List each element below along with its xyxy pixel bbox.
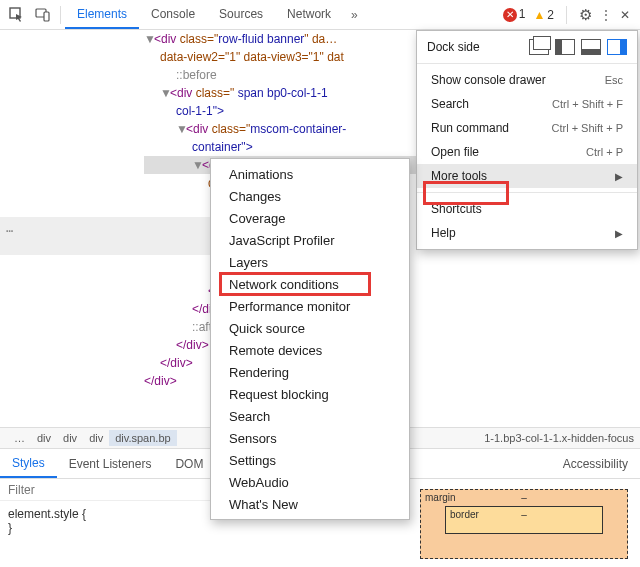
menu-separator bbox=[417, 63, 637, 64]
toolbar-right: ✕1 ▲2 ⚙ ⋮ ✕ bbox=[503, 6, 636, 24]
submenu-remote-devices[interactable]: Remote devices bbox=[211, 339, 409, 361]
menu-separator bbox=[417, 192, 637, 193]
submenu-request-blocking[interactable]: Request blocking bbox=[211, 383, 409, 405]
dock-right-icon[interactable] bbox=[607, 39, 627, 55]
separator bbox=[60, 6, 61, 24]
settings-icon[interactable]: ⚙ bbox=[579, 6, 592, 24]
collapsed-ellipsis: … bbox=[0, 217, 210, 255]
submenu-whats-new[interactable]: What's New bbox=[211, 493, 409, 515]
menu-more-tools[interactable]: More tools▶ bbox=[417, 164, 637, 188]
warning-badge[interactable]: ▲2 bbox=[533, 8, 554, 22]
box-model-margin-label: margin bbox=[425, 492, 456, 503]
breadcrumb-selected[interactable]: div.span.bp bbox=[109, 430, 176, 446]
menu-open-file[interactable]: Open fileCtrl + P bbox=[417, 140, 637, 164]
warning-icon: ▲ bbox=[533, 8, 545, 22]
device-toggle-icon[interactable] bbox=[30, 2, 56, 28]
menu-help[interactable]: Help▶ bbox=[417, 221, 637, 245]
svg-rect-2 bbox=[44, 12, 49, 21]
menu-run-command[interactable]: Run commandCtrl + Shift + P bbox=[417, 116, 637, 140]
main-menu: Dock side Show console drawerEsc SearchC… bbox=[416, 30, 638, 250]
error-badge[interactable]: ✕1 bbox=[503, 7, 526, 22]
submenu-js-profiler[interactable]: JavaScript Profiler bbox=[211, 229, 409, 251]
tabs-overflow-icon[interactable]: » bbox=[343, 8, 366, 22]
box-model-margin-top: – bbox=[521, 492, 527, 503]
tab-console[interactable]: Console bbox=[139, 1, 207, 29]
more-tools-submenu: Animations Changes Coverage JavaScript P… bbox=[210, 158, 410, 520]
chevron-right-icon: ▶ bbox=[615, 171, 623, 182]
dock-bottom-icon[interactable] bbox=[581, 39, 601, 55]
submenu-settings[interactable]: Settings bbox=[211, 449, 409, 471]
separator bbox=[566, 6, 567, 24]
breadcrumb-item[interactable]: div bbox=[83, 432, 109, 444]
box-model-border-top: – bbox=[521, 509, 527, 520]
breadcrumb-item[interactable]: div bbox=[57, 432, 83, 444]
tab-elements[interactable]: Elements bbox=[65, 1, 139, 29]
submenu-rendering[interactable]: Rendering bbox=[211, 361, 409, 383]
tab-sources[interactable]: Sources bbox=[207, 1, 275, 29]
tab-event-listeners[interactable]: Event Listeners bbox=[57, 451, 164, 477]
box-model[interactable]: margin – border – bbox=[420, 489, 628, 559]
breadcrumb-tail: 1-1.bp3-col-1-1.x-hidden-focus bbox=[478, 432, 640, 444]
submenu-changes[interactable]: Changes bbox=[211, 185, 409, 207]
breadcrumb-item[interactable]: div bbox=[31, 432, 57, 444]
submenu-network-conditions[interactable]: Network conditions bbox=[211, 273, 409, 295]
close-icon[interactable]: ✕ bbox=[620, 8, 630, 22]
submenu-layers[interactable]: Layers bbox=[211, 251, 409, 273]
tab-accessibility[interactable]: Accessibility bbox=[551, 451, 640, 477]
box-model-border-label: border bbox=[450, 509, 479, 520]
breadcrumb-item[interactable]: … bbox=[8, 432, 31, 444]
tab-styles[interactable]: Styles bbox=[0, 450, 57, 478]
devtools-toolbar: Elements Console Sources Network » ✕1 ▲2… bbox=[0, 0, 640, 30]
submenu-performance-monitor[interactable]: Performance monitor bbox=[211, 295, 409, 317]
error-icon: ✕ bbox=[503, 8, 517, 22]
menu-shortcuts[interactable]: Shortcuts bbox=[417, 197, 637, 221]
submenu-webaudio[interactable]: WebAudio bbox=[211, 471, 409, 493]
inspect-icon[interactable] bbox=[4, 2, 30, 28]
chevron-right-icon: ▶ bbox=[615, 228, 623, 239]
tab-network[interactable]: Network bbox=[275, 1, 343, 29]
dock-left-icon[interactable] bbox=[555, 39, 575, 55]
menu-search[interactable]: SearchCtrl + Shift + F bbox=[417, 92, 637, 116]
submenu-search[interactable]: Search bbox=[211, 405, 409, 427]
submenu-animations[interactable]: Animations bbox=[211, 163, 409, 185]
tab-dom[interactable]: DOM bbox=[163, 451, 215, 477]
submenu-coverage[interactable]: Coverage bbox=[211, 207, 409, 229]
panel-tabs: Elements Console Sources Network bbox=[65, 1, 343, 29]
dock-side-row: Dock side bbox=[417, 35, 637, 59]
submenu-sensors[interactable]: Sensors bbox=[211, 427, 409, 449]
dock-undock-icon[interactable] bbox=[529, 39, 549, 55]
menu-show-console[interactable]: Show console drawerEsc bbox=[417, 68, 637, 92]
submenu-quick-source[interactable]: Quick source bbox=[211, 317, 409, 339]
kebab-menu-icon[interactable]: ⋮ bbox=[600, 8, 612, 22]
